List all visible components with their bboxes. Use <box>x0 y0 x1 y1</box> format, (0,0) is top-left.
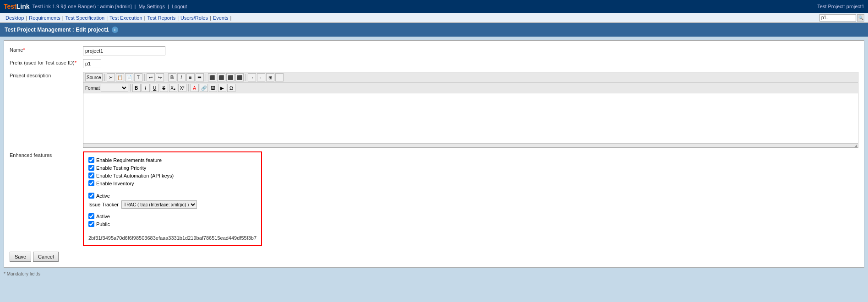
search-box: 🔍 <box>819 14 864 22</box>
save-button[interactable]: Save <box>10 252 31 262</box>
main-content: Name* Prefix (used for Test case ID)* Pr… <box>0 37 868 280</box>
feature-requirements: Enable Requirements feature <box>88 157 257 163</box>
outdent-btn[interactable]: ← <box>257 73 265 81</box>
name-input[interactable] <box>83 46 165 55</box>
hr-btn[interactable]: — <box>275 73 284 81</box>
format-select[interactable]: Normal Heading 1 Heading 2 <box>101 84 128 92</box>
image-btn[interactable]: 🖼 <box>209 84 217 92</box>
feature-inventory: Enable Inventory <box>88 180 257 186</box>
sep4 <box>206 74 206 81</box>
cut-btn[interactable]: ✂ <box>107 73 115 81</box>
resize-icon: ◢ <box>854 144 857 148</box>
availability-public-row: Public <box>88 221 257 227</box>
availability-active-label: Active <box>96 214 110 219</box>
page-title: Test Project Management : Edit project1 <box>5 27 109 33</box>
cancel-button[interactable]: Cancel <box>33 252 59 262</box>
top-header: TestLink TestLink 1.9.9(Lone Ranger) : a… <box>0 0 868 13</box>
ol-btn[interactable]: ☰ <box>196 73 204 81</box>
features-box: Enable Requirements feature Enable Testi… <box>83 151 262 246</box>
nav-test-reports[interactable]: Test Reports <box>145 15 177 21</box>
align-right-btn[interactable]: ⬛ <box>226 73 235 81</box>
undo-btn[interactable]: ↩ <box>147 73 155 81</box>
redo-btn[interactable]: ↪ <box>156 73 164 81</box>
flash-btn[interactable]: ▶ <box>218 84 226 92</box>
indent-btn[interactable]: → <box>248 73 256 81</box>
nav-test-spec[interactable]: Test Specification <box>64 15 107 21</box>
header-info: TestLink 1.9.9(Lone Ranger) : admin [adm… <box>33 4 132 9</box>
requirements-checkbox[interactable] <box>88 157 94 163</box>
bold-btn2[interactable]: B <box>132 84 141 92</box>
source-btn[interactable]: Source <box>85 73 103 81</box>
name-label: Name* <box>10 46 83 53</box>
description-label: Project description <box>10 72 83 78</box>
logo-area: TestLink TestLink 1.9.9(Lone Ranger) : a… <box>4 3 187 10</box>
search-button[interactable]: 🔍 <box>857 14 864 22</box>
editor: Source ✂ 📋 📄 T ↩ ↪ B I ≡ ☰ <box>83 72 858 148</box>
sup-btn[interactable]: X² <box>178 84 186 92</box>
sep6 <box>130 84 131 92</box>
issue-tracker-field-label: Issue Tracker <box>88 202 119 207</box>
prefix-input[interactable] <box>83 59 101 68</box>
nav-users-roles[interactable]: Users/Roles <box>179 15 210 21</box>
name-required: * <box>23 47 25 53</box>
nav-events[interactable]: Events <box>211 15 230 21</box>
page-title-bar: Test Project Management : Edit project1 … <box>0 23 868 37</box>
info-icon[interactable]: i <box>112 27 118 33</box>
description-row: Project description Source ✂ 📋 📄 T ↩ ↪ <box>10 72 858 148</box>
table-btn[interactable]: ⊞ <box>266 73 274 81</box>
align-center-btn[interactable]: ⬛ <box>217 73 225 81</box>
test-automation-label: Enable Test Automation (API keys) <box>96 173 174 178</box>
feature-testing-priority: Enable Testing Priority <box>88 165 257 171</box>
issue-tracker-row: Issue Tracker TRAC ( trac (Interface: xm… <box>88 200 257 209</box>
test-project-label: Test Project: <box>817 4 845 9</box>
strike-btn[interactable]: S <box>160 84 168 92</box>
underline-btn[interactable]: U <box>151 84 159 92</box>
inventory-checkbox[interactable] <box>88 180 94 186</box>
enhanced-row: Enhanced features Enable Requirements fe… <box>10 151 858 246</box>
issue-tracker-active-checkbox[interactable] <box>88 193 94 199</box>
prefix-control <box>83 59 858 68</box>
paste-btn[interactable]: 📄 <box>125 73 133 81</box>
availability-public-checkbox[interactable] <box>88 221 94 227</box>
issue-tracker-select[interactable]: TRAC ( trac (Interface: xmlrpc) ) <box>121 200 197 209</box>
logo-prefix: Test <box>4 3 16 10</box>
availability-active-checkbox[interactable] <box>88 213 94 219</box>
align-justify-btn[interactable]: ⬛ <box>235 73 244 81</box>
nav-test-exec[interactable]: Test Execution <box>108 15 144 21</box>
my-settings-link[interactable]: My Settings <box>138 4 164 9</box>
logout-link[interactable]: Logout <box>172 4 187 9</box>
italic-btn2[interactable]: I <box>142 84 150 92</box>
sep1 <box>104 74 105 81</box>
special-btn[interactable]: Ω <box>227 84 235 92</box>
logo: TestLink <box>4 3 30 10</box>
logo-suffix: Link <box>16 3 30 10</box>
editor-toolbar2: Format Normal Heading 1 Heading 2 B I U … <box>83 83 858 93</box>
header-sep2: | <box>168 4 169 9</box>
sep7 <box>188 84 189 92</box>
pastetext-btn[interactable]: T <box>134 73 142 81</box>
bold-btn[interactable]: B <box>168 73 176 81</box>
link-btn[interactable]: 🔗 <box>200 84 208 92</box>
divider3 <box>88 229 257 233</box>
ul-btn[interactable]: ≡ <box>186 73 195 81</box>
test-automation-checkbox[interactable] <box>88 173 94 178</box>
copy-btn[interactable]: 📋 <box>116 73 124 81</box>
header-separator: | <box>135 4 136 9</box>
availability-active-row: Active <box>88 213 257 219</box>
editor-resize-handle[interactable]: ◢ <box>83 144 858 147</box>
inventory-label: Enable Inventory <box>96 181 134 186</box>
issue-tracker-active-row: Active <box>88 193 257 199</box>
sub-btn[interactable]: X₂ <box>169 84 177 92</box>
nav-bar: Desktop | Requirements | Test Specificat… <box>0 13 868 23</box>
align-left-btn[interactable]: ⬛ <box>208 73 216 81</box>
nav-requirements[interactable]: Requirements <box>27 15 62 21</box>
name-row: Name* <box>10 46 858 55</box>
editor-toolbar1: Source ✂ 📋 📄 T ↩ ↪ B I ≡ ☰ <box>83 72 858 83</box>
color-btn[interactable]: A <box>191 84 199 92</box>
search-input[interactable] <box>819 14 856 22</box>
editor-body[interactable] <box>83 93 858 144</box>
italic-btn[interactable]: I <box>177 73 186 81</box>
testing-priority-checkbox[interactable] <box>88 165 94 171</box>
requirements-label: Enable Requirements feature <box>96 157 162 163</box>
nav-desktop[interactable]: Desktop <box>4 15 26 21</box>
